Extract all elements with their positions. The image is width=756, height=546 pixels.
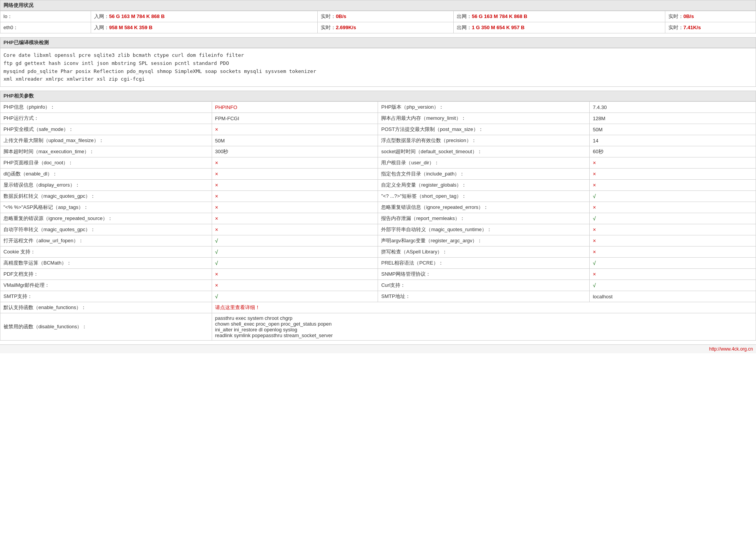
php-param-value1: ×	[212, 213, 378, 224]
php-param-value1: ×	[212, 191, 378, 202]
php-param-label1: PHP页面根目录（doc_root）：	[0, 157, 212, 169]
php-param-label2: SMTP地址：	[378, 291, 590, 302]
php-param-label2: 浮点型数据显示的有效位数（precision）：	[378, 135, 590, 146]
check-icon: √	[215, 249, 218, 255]
cross-icon: ×	[215, 271, 218, 277]
php-param-label2: SNMP网络管理协议：	[378, 269, 590, 280]
network-row: lo： 入网：56 G 163 M 784 K 868 B 实时：0B/s 出网…	[0, 11, 756, 22]
php-param-label1: 忽略重复的错误源（ignore_repeated_source）：	[0, 213, 212, 224]
php-param-value2: ×	[590, 235, 756, 247]
cross-icon: ×	[215, 215, 218, 222]
check-icon: √	[593, 260, 596, 266]
module-line: xml xmlreader xmlrpc xmlwriter xsl zip c…	[3, 75, 753, 83]
module-line: mysqind pdo_sqlite Phar posix Reflection…	[3, 68, 753, 76]
php-param-value1: √	[212, 258, 378, 269]
realtime-in: 实时：2.699K/s	[318, 22, 454, 33]
php-params-header: PHP相关参数	[0, 91, 756, 101]
cross-icon: ×	[593, 227, 596, 233]
php-param-row: 显示错误信息（display_errors）：×自定义全局变量（register…	[0, 180, 756, 191]
cross-icon: ×	[215, 282, 218, 288]
cross-icon: ×	[215, 160, 218, 166]
network-row: eth0： 入网：958 M 584 K 359 B 实时：2.699K/s 出…	[0, 22, 756, 33]
php-param-value1: 50M	[212, 135, 378, 146]
php-param-row: 被禁用的函数（disable_functions）：passthru exec …	[0, 313, 756, 341]
php-param-label2: 拼写检查（ASpell Library）：	[378, 247, 590, 258]
logo-site: 4ck.org.cn	[732, 346, 753, 352]
in-value: 入网：958 M 584 K 359 B	[91, 22, 318, 33]
php-param-value1: √	[212, 291, 378, 302]
php-param-row: 上传文件最大限制（upload_max_filesize）：50M浮点型数据显示…	[0, 135, 756, 146]
cross-icon: ×	[593, 249, 596, 255]
php-param-label: 默认支持函数（enable_functions）：	[0, 302, 212, 313]
php-param-label2: PREL相容语法（PCRE）：	[378, 258, 590, 269]
network-section: 网络使用状况 lo： 入网：56 G 163 M 784 K 868 B 实时：…	[0, 0, 756, 33]
php-param-label1: 脚本超时时间（max_execution_time）：	[0, 146, 212, 157]
interface-label: eth0：	[0, 22, 91, 33]
out-value: 出网：56 G 163 M 784 K 868 B	[454, 11, 665, 22]
php-param-label2: 声明argv和argc变量（register_argc_argv）：	[378, 235, 590, 247]
php-param-value1: ×	[212, 169, 378, 180]
module-line: Core date libxml openssl pcre sqlite3 zl…	[3, 51, 753, 60]
php-param-value1: ×	[212, 202, 378, 213]
in-value: 入网：56 G 163 M 784 K 868 B	[91, 11, 318, 22]
cross-icon: ×	[215, 182, 218, 188]
cross-icon: ×	[215, 171, 218, 177]
network-section-header: 网络使用状况	[0, 0, 756, 11]
php-param-label2: Curl支持：	[378, 280, 590, 291]
modules-section: PHP已编译模块检测 Core date libxml openssl pcre…	[0, 37, 756, 87]
php-param-row: PHP信息（phpinfo）：PHPINFOPHP版本（php_version）…	[0, 102, 756, 113]
php-param-value1: ×	[212, 157, 378, 169]
php-param-row: PHP运行方式：FPM-FCGI脚本占用最大内存（memory_limit）：1…	[0, 113, 756, 124]
out-value: 出网：1 G 350 M 654 K 957 B	[454, 22, 665, 33]
phpinfo-link[interactable]: PHPINFO	[215, 104, 237, 110]
realtime-out: 实时：7.41K/s	[665, 22, 756, 33]
module-line: ftp gd gettext hash iconv intl json mbst…	[3, 60, 753, 68]
realtime-in: 实时：0B/s	[318, 11, 454, 22]
php-param-value2: ×	[590, 180, 756, 191]
php-param-label1: VMailMgr邮件处理：	[0, 280, 212, 291]
check-icon: √	[593, 215, 596, 222]
php-param-row: 默认支持函数（enable_functions）：请点这里查看详细！	[0, 302, 756, 313]
php-param-label1: 高精度数学运算（BCMath）：	[0, 258, 212, 269]
php-param-row: PHP页面根目录（doc_root）：×用户根目录（user_dir）：×	[0, 157, 756, 169]
check-icon: √	[215, 293, 218, 299]
php-param-label2: 忽略重复错误信息（ignore_repeated_errors）：	[378, 202, 590, 213]
php-param-value2: localhost	[590, 291, 756, 302]
php-param-value2: ×	[590, 169, 756, 180]
php-param-row: SMTP支持：√SMTP地址：localhost	[0, 291, 756, 302]
php-param-row: 自动字符串转义（magic_quotes_gpc）：×外部字符串自动转义（mag…	[0, 224, 756, 235]
modules-content: Core date libxml openssl pcre sqlite3 zl…	[0, 48, 756, 87]
php-param-value1[interactable]: PHPINFO	[212, 102, 378, 113]
check-icon: √	[215, 260, 218, 266]
cross-icon: ×	[215, 193, 218, 199]
check-icon: √	[215, 238, 218, 244]
network-table: lo： 入网：56 G 163 M 784 K 868 B 实时：0B/s 出网…	[0, 11, 756, 33]
php-param-value-span[interactable]: 请点这里查看详细！	[212, 302, 756, 313]
php-param-value2: √	[590, 280, 756, 291]
php-param-value1: ×	[212, 280, 378, 291]
php-param-value2: ×	[590, 247, 756, 258]
php-params-section: PHP相关参数 PHP信息（phpinfo）：PHPINFOPHP版本（php_…	[0, 91, 756, 341]
php-param-label2: socket超时时间（default_socket_timeout）：	[378, 146, 590, 157]
php-param-label1: Cookie 支持：	[0, 247, 212, 258]
php-param-value-span: passthru exec system chroot chgrpchown s…	[212, 313, 756, 341]
cross-icon: ×	[593, 182, 596, 188]
php-param-label2: 自定义全局变量（register_globals）：	[378, 180, 590, 191]
php-param-value2: ×	[590, 157, 756, 169]
functions-link[interactable]: 请点这里查看详细！	[215, 304, 260, 310]
php-param-row: PDF文档支持：×SNMP网络管理协议：×	[0, 269, 756, 280]
php-param-row: "<% %>"ASP风格标记（asp_tags）：×忽略重复错误信息（ignor…	[0, 202, 756, 213]
php-param-label1: dl()函数（enable_dl）：	[0, 169, 212, 180]
php-param-label2: "<? ...?>"短标签（short_open_tag）：	[378, 191, 590, 202]
cross-icon: ×	[593, 171, 596, 177]
cross-icon: ×	[593, 204, 596, 210]
cross-icon: ×	[215, 126, 218, 132]
php-param-row: PHP安全模式（safe_mode）：×POST方法提交最大限制（post_ma…	[0, 124, 756, 135]
php-param-value2: 128M	[590, 113, 756, 124]
php-param-value2: 60秒	[590, 146, 756, 157]
php-params-table: PHP信息（phpinfo）：PHPINFOPHP版本（php_version）…	[0, 101, 756, 341]
cross-icon: ×	[215, 227, 218, 233]
php-param-row: VMailMgr邮件处理：×Curl支持：√	[0, 280, 756, 291]
php-param-label1: PHP安全模式（safe_mode）：	[0, 124, 212, 135]
php-param-value1: √	[212, 247, 378, 258]
